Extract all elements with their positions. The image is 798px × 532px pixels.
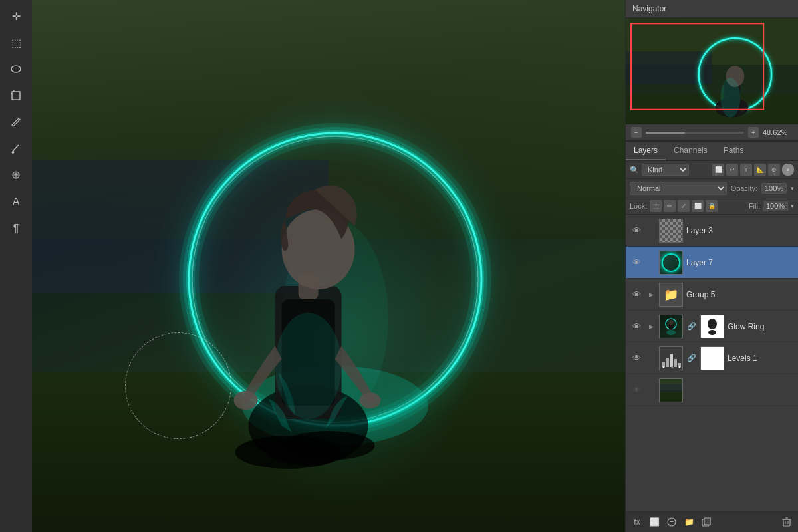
glowring-thumbnail: [659, 315, 683, 338]
layer-list[interactable]: 👁 Layer 3 👁 Layer 7 👁 ▶ 📁 Group 5: [626, 215, 798, 511]
layer-item-levels1[interactable]: 👁: [626, 342, 798, 374]
layer-item-layer3[interactable]: 👁 Layer 3: [626, 215, 798, 247]
layer7-thumbnail: [659, 251, 683, 275]
layers-panel: Layers Channels Paths 🔍 Kind Name Effect…: [626, 142, 798, 532]
group5-visibility-toggle[interactable]: 👁: [630, 288, 643, 301]
text-tool[interactable]: A: [5, 192, 27, 213]
levels1-name: Levels 1: [728, 354, 794, 363]
group5-thumbnail: 📁: [659, 283, 683, 307]
svg-point-34: [720, 78, 740, 118]
svg-rect-53: [660, 390, 682, 402]
layer3-visibility-toggle[interactable]: 👁: [630, 224, 643, 237]
svg-point-23: [234, 391, 258, 410]
selection-tool[interactable]: ⬚: [5, 32, 27, 53]
levels1-mask-thumb: [700, 346, 724, 370]
navigator-thumbnail[interactable]: [626, 18, 798, 124]
layer7-visibility-toggle[interactable]: 👁: [630, 256, 643, 269]
svg-point-38: [669, 320, 673, 325]
move-tool[interactable]: ✛: [5, 5, 27, 27]
layer7-expand: [646, 258, 656, 267]
levels1-thumbnail: [659, 346, 683, 370]
glowring-mask-thumb: [700, 315, 724, 338]
fill-value[interactable]: 100%: [763, 201, 788, 211]
layer-adjustment-button[interactable]: [664, 515, 679, 529]
paragraph-tool[interactable]: ¶: [5, 218, 27, 239]
glowring-link-icon: 🔗: [686, 321, 697, 332]
filter-type-icon[interactable]: T: [740, 164, 752, 176]
tab-channels[interactable]: Channels: [666, 142, 716, 160]
glowring-name: Glow Ring: [728, 322, 794, 331]
bottom-visibility-toggle[interactable]: 👁: [630, 384, 643, 397]
filter-icons-row: ⬜ ↩ T 📐 ⊕ ●: [712, 164, 794, 176]
zoom-slider[interactable]: [646, 132, 744, 134]
svg-point-41: [708, 319, 717, 329]
layer-group-button[interactable]: 📁: [682, 515, 696, 529]
clone-tool[interactable]: [5, 165, 27, 186]
layer-item-bottom[interactable]: 👁: [626, 374, 798, 406]
blend-mode-row: Normal Multiply Screen Overlay Soft Ligh…: [626, 179, 798, 198]
lasso-tool[interactable]: [5, 59, 27, 80]
zoom-out-button[interactable]: −: [631, 127, 642, 138]
opacity-value[interactable]: 100%: [761, 183, 787, 194]
svg-rect-57: [704, 518, 711, 525]
svg-point-4: [12, 151, 15, 154]
filter-pixel-icon[interactable]: ⬜: [712, 164, 724, 176]
lock-all-button[interactable]: 🔒: [706, 200, 718, 212]
fill-label: Fill:: [749, 202, 760, 210]
layer-fx-button[interactable]: fx: [630, 515, 644, 529]
layer-toolbar: fx ⬜ 📁: [626, 511, 798, 532]
navigator-title: Navigator: [632, 4, 666, 13]
brush-tool[interactable]: [5, 138, 27, 160]
glowring-expand[interactable]: ▶: [646, 322, 656, 331]
filter-adjustment-icon[interactable]: ↩: [726, 164, 738, 176]
group5-name: Group 5: [686, 290, 794, 299]
layer3-expand: [646, 226, 656, 235]
layer-item-glowring[interactable]: 👁 ▶ 🔗: [626, 311, 798, 342]
filter-shape-icon[interactable]: 📐: [754, 164, 766, 176]
lock-icons: ⬚ ✏ ⤢ ⬜ 🔒: [650, 200, 718, 212]
search-icon: 🔍: [630, 166, 639, 174]
levels1-visibility-toggle[interactable]: 👁: [630, 352, 643, 365]
lock-image-button[interactable]: ✏: [664, 200, 676, 212]
tab-paths[interactable]: Paths: [716, 142, 752, 160]
blend-mode-dropdown[interactable]: Normal Multiply Screen Overlay Soft Ligh…: [630, 182, 727, 195]
layer-item-layer7[interactable]: 👁 Layer 7: [626, 247, 798, 279]
svg-rect-58: [783, 519, 790, 526]
glowring-visibility-toggle[interactable]: 👁: [630, 320, 643, 333]
lock-position-button[interactable]: ⤢: [678, 200, 690, 212]
canvas-area[interactable]: [32, 0, 625, 532]
opacity-arrow[interactable]: ▾: [791, 185, 794, 192]
layer3-thumbnail: [659, 219, 683, 243]
eyedropper-tool[interactable]: [5, 112, 27, 133]
svg-point-0: [11, 66, 21, 72]
crop-tool[interactable]: [5, 85, 27, 106]
navigator-preview: [626, 18, 798, 124]
navigator-panel: Navigator: [626, 0, 798, 142]
filter-smart-icon[interactable]: ⊕: [768, 164, 780, 176]
svg-rect-47: [674, 359, 677, 367]
lock-label: Lock:: [630, 202, 647, 210]
lock-transparent-button[interactable]: ⬚: [650, 200, 662, 212]
layer-mask-button[interactable]: ⬜: [647, 515, 662, 529]
svg-rect-46: [670, 354, 673, 367]
levels1-expand: [646, 354, 656, 363]
filter-kind-dropdown[interactable]: Kind Name Effect Mode Attribute: [642, 164, 689, 176]
layer3-name: Layer 3: [686, 226, 794, 235]
lock-artboard-button[interactable]: ⬜: [692, 200, 704, 212]
group5-expand[interactable]: ▶: [646, 290, 656, 299]
layer-item-group5[interactable]: 👁 ▶ 📁 Group 5: [626, 279, 798, 311]
layer-delete-button[interactable]: [779, 515, 794, 529]
svg-point-22: [275, 313, 342, 419]
layer-new-button[interactable]: [699, 515, 714, 529]
svg-rect-1: [12, 92, 20, 100]
filter-toggle[interactable]: ●: [782, 164, 794, 176]
person-silhouette: [182, 140, 435, 512]
svg-rect-39: [669, 325, 673, 330]
svg-point-17: [282, 431, 375, 460]
tab-layers[interactable]: Layers: [626, 142, 666, 160]
layer-filter-row: 🔍 Kind Name Effect Mode Attribute ⬜ ↩ T …: [626, 161, 798, 179]
fill-arrow[interactable]: ▾: [791, 203, 794, 209]
svg-rect-54: [660, 384, 682, 391]
zoom-in-button[interactable]: +: [748, 127, 759, 138]
svg-point-37: [666, 330, 676, 335]
